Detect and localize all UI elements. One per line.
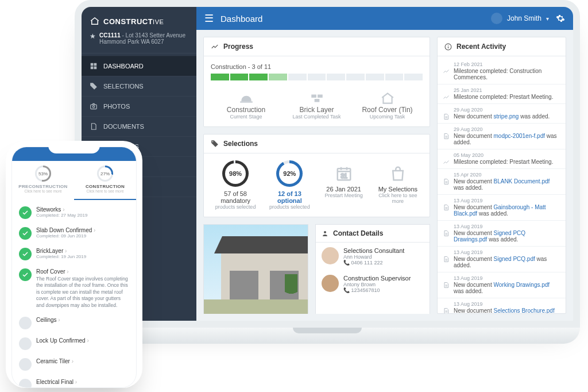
content: Progress Construction - 3 of 11 Construc…: [196, 30, 573, 321]
sidebar-item-label: PHOTOS: [103, 103, 130, 110]
phone-list-item[interactable]: Slab Down Confirmed ›Completed: 09 Jun 2…: [12, 223, 136, 244]
phone-list-item[interactable]: Lock Up Confirmed ›: [12, 333, 136, 354]
project-code: CC1111: [99, 32, 121, 39]
project-block[interactable]: ★ CC1111 - Lot 3143 Setter Avenue Hammon…: [82, 32, 196, 53]
activity-link[interactable]: Working Drawings.pdf: [493, 282, 550, 288]
activity-text: New document BLANK Document.pdf was adde…: [454, 178, 560, 191]
document-icon: [443, 308, 450, 314]
svg-rect-0: [91, 63, 94, 66]
phone-tab-title: CONSTRUCTION: [76, 184, 134, 189]
document-icon: [443, 204, 450, 211]
activity-item[interactable]: 05 May 2020Milestone completed: Prestart…: [438, 149, 566, 168]
activity-item[interactable]: 13 Aug 2019New document Gainsborough - M…: [438, 194, 566, 220]
svg-rect-1: [94, 63, 97, 66]
project-address-1: Lot 3143 Setter Avenue: [126, 32, 185, 39]
activity-link[interactable]: Selections Brochure.pdf: [493, 308, 554, 314]
activity-item[interactable]: 15 Apr 2020New document BLANK Document.p…: [438, 168, 566, 194]
phone-list-item[interactable]: Roof Cover ›The Roof Cover stage involve…: [12, 264, 136, 313]
bricks-icon: [310, 91, 324, 103]
activity-item[interactable]: 13 Aug 2019New document Working Drawings…: [438, 272, 566, 298]
svg-rect-9: [311, 95, 316, 98]
selections-row: 57 of 58mandatory products selected 12 o…: [211, 160, 423, 210]
sidebar-item-label: SELECTIONS: [103, 83, 144, 90]
activity-item[interactable]: 12 Feb 2021Milestone completed: Construc…: [438, 59, 566, 84]
trend-icon: [211, 43, 219, 51]
sidebar-item-documents[interactable]: DOCUMENTS: [82, 116, 196, 136]
phone-tab[interactable]: 27%CONSTRUCTIONClick here to see more: [74, 161, 136, 200]
activity-link[interactable]: BLANK Document.pdf: [493, 178, 550, 185]
activity-link[interactable]: Signed PCQ.pdf: [493, 256, 535, 262]
activity-item[interactable]: 13 Aug 2019New document Signed PCQ Drawi…: [438, 220, 566, 246]
top-bar: ☰ Dashboard John Smith ▾: [196, 7, 573, 30]
phone-item-sub: Completed: 09 Jun 2019: [36, 233, 95, 239]
activity-date: 13 Aug 2019: [454, 224, 560, 229]
activity-date: 13 Aug 2019: [454, 198, 560, 203]
activity-date: 13 Aug 2019: [454, 249, 560, 255]
selections-card: Selections 57 of 58mandatory products se…: [203, 134, 430, 217]
svg-rect-8: [240, 101, 253, 102]
progress-seg: [327, 74, 345, 80]
selections-my[interactable]: My Selections Click here to see more: [373, 160, 423, 210]
sidebar-item-selections[interactable]: SELECTIONS: [82, 76, 196, 96]
activity-link[interactable]: stripe.png: [493, 113, 519, 120]
sel-p-line1: 26 Jan 2021: [319, 186, 369, 193]
ring-optional: [276, 160, 303, 187]
side-column: Recent Activity 12 Feb 2021Milestone com…: [437, 37, 566, 314]
project-address-2: Hammond Park WA 6027: [99, 39, 164, 45]
progress-col[interactable]: Roof Cover (Tin)Upcoming Task: [352, 91, 423, 120]
document-icon: [443, 230, 450, 237]
phone-tab-ring: 53%: [35, 166, 51, 182]
phone-list-item[interactable]: BrickLayer ›Completed: 19 Jun 2019: [12, 244, 136, 264]
selections-prestart[interactable]: 31 26 Jan 2021 Prestart Meeting: [319, 160, 369, 210]
main-area: ☰ Dashboard John Smith ▾ Progress: [196, 7, 573, 321]
sidebar-item-photos[interactable]: PHOTOS: [82, 96, 196, 116]
phone-item-sub: Completed: 19 Jun 2019: [36, 254, 86, 259]
activity-date: 25 Jan 2021: [454, 87, 560, 93]
activity-date: 15 Apr 2020: [454, 172, 560, 178]
phone-item-title: BrickLayer ›: [36, 248, 86, 254]
gear-icon[interactable]: [556, 14, 565, 23]
activity-item[interactable]: 13 Aug 2019New document Selections Broch…: [438, 298, 566, 314]
contact-item[interactable]: Selections ConsultantAnn Howard📞 0406 11…: [316, 243, 430, 270]
activity-text: Milestone completed: Prestart Meeting.: [454, 159, 560, 165]
activity-text: New document Working Drawings.pdf was ad…: [454, 282, 560, 294]
selections-mandatory[interactable]: 57 of 58mandatory products selected: [211, 160, 260, 210]
phone-item-title: Siteworks ›: [36, 206, 87, 213]
progress-title: Progress: [223, 43, 253, 51]
trend-icon: [443, 159, 450, 166]
house-render[interactable]: [203, 224, 308, 314]
progress-col[interactable]: Brick LayerLast Completed Task: [281, 91, 352, 120]
contact-item[interactable]: Construction SupervisorAntony Brown📞 123…: [316, 270, 430, 298]
activity-item[interactable]: 13 Aug 2019New document Signed PCQ.pdf w…: [438, 246, 566, 272]
phone-list-item[interactable]: Ceilings ›: [12, 313, 136, 333]
activity-link[interactable]: Gainsborough - Matt Black.pdf: [454, 204, 546, 217]
progress-seg: [308, 74, 326, 80]
selections-optional[interactable]: 12 of 13 optional products selected: [265, 160, 314, 210]
sel-m-line2: mandatory: [220, 197, 250, 204]
status-dot: [19, 337, 32, 350]
svg-rect-3: [94, 67, 97, 70]
sidebar-item-label: DOCUMENTS: [103, 123, 144, 130]
contact-name: Ann Howard: [343, 254, 404, 260]
progress-seg: [288, 74, 307, 80]
svg-point-5: [92, 106, 95, 108]
activity-text: Milestone completed: Construction Commen…: [454, 68, 560, 80]
progress-col[interactable]: ConstructionCurrent Stage: [211, 91, 281, 120]
sidebar-item-dashboard[interactable]: DASHBOARD: [82, 56, 196, 76]
phone-list-item[interactable]: Electrical Final ›: [12, 375, 136, 388]
phone-list-item[interactable]: Siteworks ›Completed: 27 May 2019: [12, 202, 136, 223]
document-icon: [443, 113, 450, 120]
phone-tab[interactable]: 53%PRECONSTRUCTIONClick here to see more: [12, 161, 74, 200]
activity-item[interactable]: 25 Jan 2021Milestone completed: Prestart…: [438, 84, 566, 103]
activity-link[interactable]: modpc-2001en-f.pdf: [493, 133, 545, 139]
activity-item[interactable]: 29 Aug 2020New document modpc-2001en-f.p…: [438, 123, 566, 149]
activity-item[interactable]: 29 Aug 2020New document stripe.png was a…: [438, 103, 566, 123]
user-menu[interactable]: John Smith ▾: [491, 13, 549, 24]
menu-icon[interactable]: ☰: [204, 12, 214, 25]
sel-m-line1: 57 of 58: [224, 190, 247, 197]
activity-text: New document stripe.png was added.: [454, 113, 560, 120]
phone-list-item[interactable]: Ceramic Tiler ›: [12, 354, 136, 375]
activity-text: Milestone completed: Prestart Meeting.: [454, 94, 560, 100]
contact-phone: 📞 1234567810: [343, 287, 411, 293]
activity-link[interactable]: Signed PCQ Drawings.pdf: [454, 230, 525, 243]
